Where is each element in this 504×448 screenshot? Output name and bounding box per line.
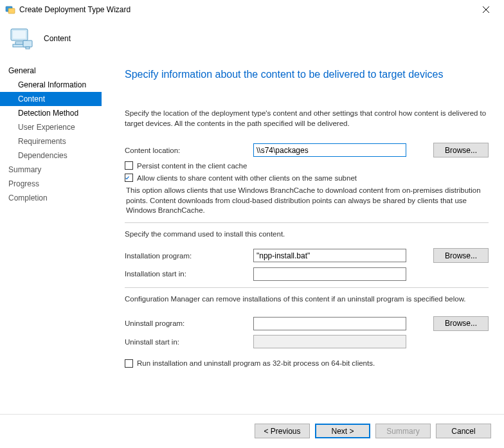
svg-rect-9 [26,47,30,49]
previous-button[interactable]: < Previous [255,424,310,438]
sidebar-item-detection-method[interactable]: Detection Method [0,106,102,120]
persist-label: Persist content in the client cache [137,162,247,170]
sidebar-item-user-experience[interactable]: User Experience [0,120,102,134]
install-program-label: Installation program: [125,252,253,260]
page-heading: Specify information about the content to… [125,69,489,80]
sidebar-item-requirements[interactable]: Requirements [0,134,102,148]
install-program-browse-button[interactable]: Browse... [433,248,489,263]
allow-share-checkbox-row[interactable]: Allow clients to share content with othe… [125,174,489,182]
content-location-label: Content location: [125,147,253,154]
svg-rect-5 [13,31,26,39]
uninstall-program-browse-button[interactable]: Browse... [433,316,489,331]
install-start-input[interactable] [253,267,406,281]
wizard-sidebar: General General Information Content Dete… [0,57,102,414]
header-band: Content [0,19,504,57]
close-icon [483,6,489,13]
summary-button[interactable]: Summary [375,424,431,438]
persist-checkbox[interactable] [125,161,133,170]
content-pane: Specify information about the content to… [102,57,504,414]
svg-rect-1 [8,8,15,13]
sidebar-item-content[interactable]: Content [0,92,102,106]
allow-share-checkbox[interactable] [125,174,133,182]
allow-share-label: Allow clients to share content with othe… [137,174,357,182]
uninstall-program-label: Uninstall program: [125,319,253,327]
cancel-button[interactable]: Cancel [436,424,491,438]
install-cmd-desc: Specify the command used to install this… [125,229,489,240]
sidebar-item-completion[interactable]: Completion [0,191,102,205]
sidebar-item-progress[interactable]: Progress [0,177,102,191]
uninstall-desc: Configuration Manager can remove install… [125,294,489,305]
next-button[interactable]: Next > [315,424,370,438]
content-location-input[interactable] [253,143,406,157]
titlebar: Create Deployment Type Wizard [0,0,504,19]
svg-rect-8 [23,40,32,47]
header-page-label: Content [44,34,71,43]
sidebar-item-dependencies[interactable]: Dependencies [0,148,102,163]
wizard-footer: < Previous Next > Summary Cancel [0,414,504,447]
sidebar-item-general[interactable]: General [0,64,102,78]
branchcache-note: This option allows clients that use Wind… [126,186,489,216]
svg-rect-6 [15,42,23,44]
install-program-input[interactable] [253,249,406,262]
uninstall-start-label: Uninstall start in: [125,338,253,346]
sidebar-item-general-information[interactable]: General Information [0,78,102,92]
install-start-label: Installation start in: [125,270,253,278]
content-location-browse-button[interactable]: Browse... [433,143,489,157]
content-header-icon [8,25,35,52]
uninstall-start-input[interactable] [253,335,406,348]
persist-checkbox-row[interactable]: Persist content in the client cache [125,161,489,170]
intro-text: Specify the location of the deployment t… [125,109,489,129]
divider-2 [125,287,489,288]
sidebar-item-summary[interactable]: Summary [0,163,102,177]
divider-1 [125,222,489,223]
window-title: Create Deployment Type Wizard [19,5,473,14]
uninstall-program-input[interactable] [253,317,406,330]
wizard-app-icon [5,4,15,15]
run32-checkbox[interactable] [125,359,133,368]
close-button[interactable] [473,1,499,19]
run32-checkbox-row[interactable]: Run installation and uninstall program a… [125,359,489,368]
run32-label: Run installation and uninstall program a… [137,359,375,367]
